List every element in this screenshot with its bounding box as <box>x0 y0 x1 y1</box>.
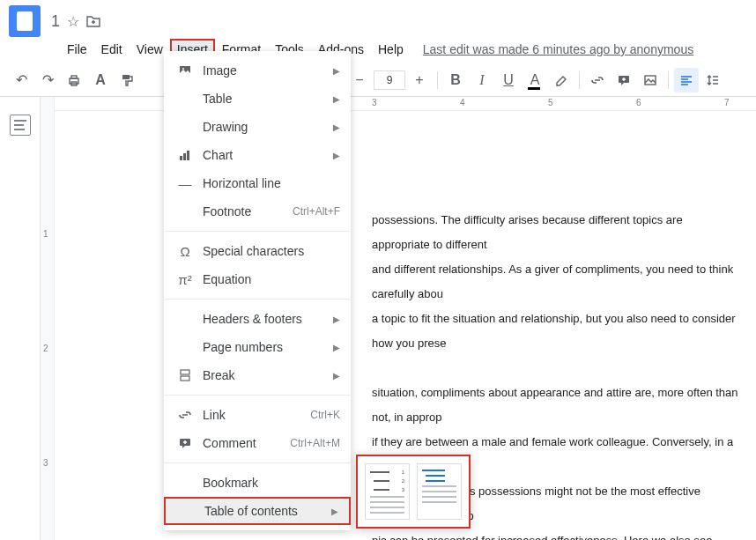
break-icon <box>174 368 196 382</box>
menu-label: Bookmark <box>203 476 340 490</box>
bold-icon[interactable]: B <box>443 68 468 92</box>
document-outline-icon[interactable] <box>10 115 31 136</box>
menu-item-image[interactable]: Image ▶ <box>164 56 351 85</box>
submenu-arrow-icon: ▶ <box>331 507 338 516</box>
ruler-tick: 3 <box>372 98 377 107</box>
toc-option-numbered[interactable]: 1 2 3 <box>365 463 410 520</box>
line-spacing-icon[interactable] <box>700 68 725 92</box>
submenu-arrow-icon: ▶ <box>333 343 340 352</box>
menu-item-page-numbers[interactable]: Page numbers ▶ <box>164 333 351 361</box>
menu-label: Drawing <box>203 120 333 134</box>
svg-rect-1 <box>71 76 77 78</box>
toc-submenu: 1 2 3 <box>356 455 471 529</box>
underline-icon[interactable]: U <box>496 68 521 92</box>
horizontal-ruler: 3 4 5 6 7 <box>55 97 756 111</box>
page-number-preview: 3 <box>402 487 404 492</box>
omega-icon: Ω <box>174 244 196 259</box>
ruler-tick: 4 <box>460 98 465 107</box>
print-icon[interactable] <box>62 68 86 92</box>
menu-item-special-characters[interactable]: Ω Special characters <box>164 237 351 265</box>
menu-item-horizontal-line[interactable]: — Horizontal line <box>164 169 351 197</box>
separator <box>579 71 580 89</box>
move-icon[interactable] <box>86 15 100 27</box>
menu-item-comment[interactable]: Comment Ctrl+Alt+M <box>164 429 351 457</box>
font-size-input[interactable]: 9 <box>374 70 405 90</box>
text-color-icon[interactable]: A <box>523 68 547 92</box>
toc-option-links[interactable] <box>417 463 462 520</box>
submenu-arrow-icon: ▶ <box>333 66 340 76</box>
menu-label: Horizontal line <box>203 176 340 190</box>
toolbar: ↶ ↷ A − 9 + B I U A <box>0 63 756 97</box>
chart-icon <box>174 148 196 162</box>
menu-label: Special characters <box>203 244 340 258</box>
svg-rect-3 <box>122 75 130 79</box>
menu-item-link[interactable]: Link Ctrl+K <box>164 401 351 429</box>
document-title[interactable]: 1 <box>51 12 60 31</box>
menu-label: Headers & footers <box>203 312 333 326</box>
redo-icon[interactable]: ↷ <box>35 68 60 92</box>
menu-divider <box>164 299 351 300</box>
svg-rect-8 <box>180 156 182 160</box>
ruler-tick: 3 <box>43 458 48 468</box>
shortcut-text: Ctrl+Alt+M <box>290 437 340 449</box>
submenu-arrow-icon: ▶ <box>333 94 340 104</box>
menu-item-equation[interactable]: π² Equation <box>164 265 351 293</box>
align-left-icon[interactable] <box>674 68 699 92</box>
svg-point-7 <box>182 68 184 70</box>
spellcheck-icon[interactable]: A <box>88 68 113 92</box>
font-size-dec-icon[interactable]: − <box>347 68 372 92</box>
menu-file[interactable]: File <box>60 39 94 60</box>
comment-icon <box>174 436 196 450</box>
menu-item-headers-footers[interactable]: Headers & footers ▶ <box>164 305 351 333</box>
svg-rect-9 <box>183 153 186 160</box>
menu-label: Image <box>203 63 333 78</box>
paint-format-icon[interactable] <box>115 68 139 92</box>
body-text: pic can be presented for increased effec… <box>372 534 712 540</box>
ruler-tick: 7 <box>724 98 730 107</box>
highlight-icon[interactable] <box>549 68 574 92</box>
menu-label: Table <box>203 92 333 106</box>
svg-rect-12 <box>181 376 189 381</box>
comment-icon[interactable] <box>611 68 636 92</box>
title-bar: 1 ☆ <box>0 0 756 39</box>
menu-item-table[interactable]: Table ▶ <box>164 85 351 113</box>
pi-icon: π² <box>174 272 196 287</box>
menu-help[interactable]: Help <box>371 39 411 60</box>
docs-logo-icon[interactable] <box>9 5 41 37</box>
horizontal-line-icon: — <box>174 176 196 191</box>
menu-label: Footnote <box>203 204 293 218</box>
menu-label: Page numbers <box>203 340 333 354</box>
ruler-tick: 5 <box>548 98 553 107</box>
menu-label: Equation <box>203 272 340 286</box>
menu-edit[interactable]: Edit <box>94 39 130 60</box>
ruler-tick: 6 <box>636 98 641 107</box>
menu-label: Break <box>203 368 333 382</box>
menu-item-chart[interactable]: Chart ▶ <box>164 141 351 169</box>
svg-rect-11 <box>181 370 189 374</box>
link-icon <box>174 408 196 422</box>
menu-bar: File Edit View Insert Format Tools Add-o… <box>0 39 756 63</box>
body-text: situation, compliments about appearance … <box>372 386 738 424</box>
page-number-preview: 2 <box>402 478 404 484</box>
separator <box>437 71 438 89</box>
menu-divider <box>164 231 351 232</box>
menu-item-table-of-contents[interactable]: Table of contents ▶ <box>164 497 351 525</box>
menu-label: Link <box>203 408 310 422</box>
star-icon[interactable]: ☆ <box>67 13 79 30</box>
menu-label: Comment <box>203 436 290 450</box>
link-icon[interactable] <box>585 68 610 92</box>
menu-divider <box>164 395 351 396</box>
last-edit-link[interactable]: Last edit was made 6 minutes ago by anon… <box>423 42 693 56</box>
font-size-inc-icon[interactable]: + <box>407 68 432 92</box>
italic-icon[interactable]: I <box>470 68 494 92</box>
menu-item-break[interactable]: Break ▶ <box>164 361 351 389</box>
shortcut-text: Ctrl+Alt+F <box>293 205 340 218</box>
image-icon[interactable] <box>638 68 663 92</box>
menu-item-drawing[interactable]: Drawing ▶ <box>164 113 351 141</box>
undo-icon[interactable]: ↶ <box>9 68 33 92</box>
separator <box>668 71 669 89</box>
menu-label: Chart <box>203 148 333 162</box>
menu-item-bookmark[interactable]: Bookmark <box>164 469 351 497</box>
menu-item-footnote[interactable]: Footnote Ctrl+Alt+F <box>164 197 351 226</box>
svg-rect-10 <box>187 151 189 160</box>
